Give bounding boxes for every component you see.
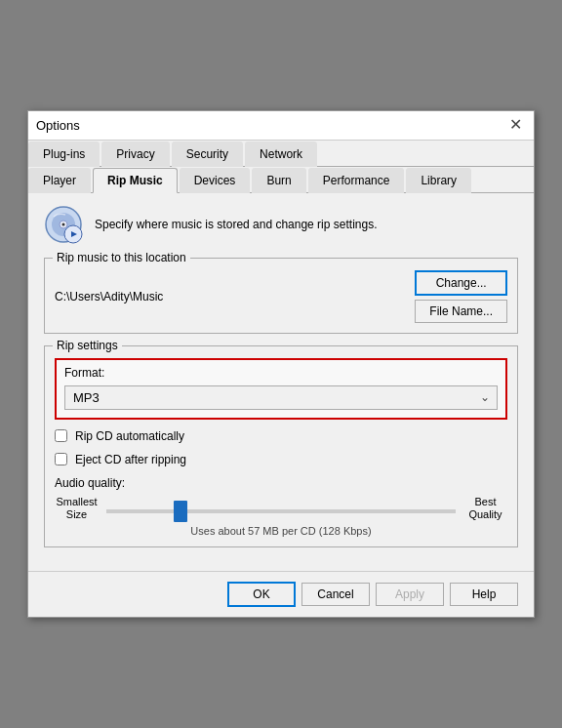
slider-container <box>106 502 456 516</box>
eject-cd-label[interactable]: Eject CD after ripping <box>75 453 186 466</box>
tab-privacy[interactable]: Privacy <box>101 142 169 167</box>
apply-button[interactable]: Apply <box>376 583 444 606</box>
quality-slider[interactable] <box>106 509 456 513</box>
eject-cd-checkbox[interactable] <box>55 453 67 465</box>
format-highlight: Format: MP3 WMA WMA (Variable Bit Rate) … <box>55 358 507 420</box>
slider-row: Smallest Size Best Quality <box>55 496 507 521</box>
close-button[interactable]: ✕ <box>505 117 526 133</box>
tab-performance[interactable]: Performance <box>308 168 405 193</box>
format-select-wrapper: MP3 WMA WMA (Variable Bit Rate) WMA (Los… <box>64 385 498 410</box>
tab-network[interactable]: Network <box>245 142 317 167</box>
slider-hint: Uses about 57 MB per CD (128 Kbps) <box>55 525 507 537</box>
tab-rip-music[interactable]: Rip Music <box>93 168 178 193</box>
rip-cd-auto-checkbox[interactable] <box>55 429 67 442</box>
cd-icon <box>44 205 83 244</box>
rip-settings-group: Rip settings Format: MP3 WMA WMA (Variab… <box>44 345 518 547</box>
tab-security[interactable]: Security <box>172 142 243 167</box>
rip-cd-auto-label[interactable]: Rip CD automatically <box>75 429 184 443</box>
content-area: Specify where music is stored and change… <box>28 193 534 571</box>
tab-player[interactable]: Player <box>28 168 91 193</box>
location-row: C:\Users\Adity\Music Change... File Name… <box>55 270 507 323</box>
slider-max-label: Best Quality <box>463 496 507 521</box>
rip-cd-auto-row: Rip CD automatically <box>55 429 507 443</box>
cancel-button[interactable]: Cancel <box>301 583 370 606</box>
options-dialog: Options ✕ Plug-ins Privacy Security Netw… <box>27 110 535 618</box>
svg-point-3 <box>62 222 65 225</box>
slider-min-label: Smallest Size <box>55 496 99 521</box>
rip-location-label: Rip music to this location <box>53 251 190 264</box>
format-select[interactable]: MP3 WMA WMA (Variable Bit Rate) WMA (Los… <box>64 385 498 410</box>
change-button[interactable]: Change... <box>415 270 507 296</box>
info-row: Specify where music is stored and change… <box>44 205 518 244</box>
info-text: Specify where music is stored and change… <box>95 218 377 231</box>
footer: OK Cancel Apply Help <box>28 571 534 617</box>
tab-devices[interactable]: Devices <box>180 168 251 193</box>
tab-row-1: Plug-ins Privacy Security Network <box>28 141 534 167</box>
rip-location-group: Rip music to this location C:\Users\Adit… <box>44 258 518 334</box>
dialog-title: Options <box>36 118 80 133</box>
help-button[interactable]: Help <box>450 583 518 606</box>
tab-row-2: Player Rip Music Devices Burn Performanc… <box>28 167 534 193</box>
rip-settings-label: Rip settings <box>53 339 122 352</box>
btn-group: Change... File Name... <box>415 270 507 323</box>
location-path: C:\Users\Adity\Music <box>55 290 405 303</box>
format-label: Format: <box>64 366 498 380</box>
tab-library[interactable]: Library <box>406 168 471 193</box>
quality-section: Audio quality: Smallest Size Best Qualit… <box>55 476 507 537</box>
eject-cd-row: Eject CD after ripping <box>55 453 507 466</box>
file-name-button[interactable]: File Name... <box>415 300 507 323</box>
ok-button[interactable]: OK <box>227 582 296 607</box>
quality-label: Audio quality: <box>55 476 507 490</box>
tab-burn[interactable]: Burn <box>252 168 305 193</box>
title-bar: Options ✕ <box>28 111 534 141</box>
tab-plugins[interactable]: Plug-ins <box>28 142 100 167</box>
